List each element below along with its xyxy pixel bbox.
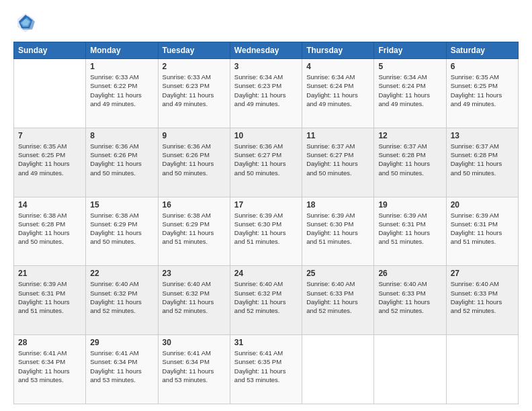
day-header-tuesday: Tuesday (158, 42, 230, 59)
day-number: 28 (18, 338, 81, 347)
day-cell: 11Sunrise: 6:37 AM Sunset: 6:27 PM Dayli… (302, 128, 374, 197)
day-number: 20 (451, 200, 514, 210)
day-info: Sunrise: 6:40 AM Sunset: 6:32 PM Dayligh… (163, 279, 226, 315)
day-number: 4 (306, 62, 369, 71)
week-row-2: 7Sunrise: 6:35 AM Sunset: 6:25 PM Daylig… (14, 128, 519, 197)
day-number: 21 (18, 269, 81, 278)
day-cell: 6Sunrise: 6:35 AM Sunset: 6:25 PM Daylig… (446, 59, 518, 128)
day-info: Sunrise: 6:40 AM Sunset: 6:33 PM Dayligh… (451, 279, 514, 315)
day-number: 13 (451, 131, 514, 140)
day-cell: 7Sunrise: 6:35 AM Sunset: 6:25 PM Daylig… (14, 128, 86, 197)
day-number: 15 (90, 200, 153, 210)
day-cell: 4Sunrise: 6:34 AM Sunset: 6:24 PM Daylig… (302, 59, 374, 128)
day-number: 3 (234, 62, 298, 71)
day-number: 10 (234, 131, 298, 140)
day-info: Sunrise: 6:41 AM Sunset: 6:34 PM Dayligh… (18, 349, 81, 384)
day-number: 18 (306, 200, 369, 210)
day-number: 27 (451, 269, 514, 278)
day-cell (14, 59, 86, 128)
day-info: Sunrise: 6:33 AM Sunset: 6:22 PM Dayligh… (90, 73, 153, 108)
day-info: Sunrise: 6:36 AM Sunset: 6:26 PM Dayligh… (163, 142, 226, 177)
day-info: Sunrise: 6:34 AM Sunset: 6:24 PM Dayligh… (378, 73, 441, 108)
week-row-5: 28Sunrise: 6:41 AM Sunset: 6:34 PM Dayli… (14, 335, 519, 404)
day-cell: 30Sunrise: 6:41 AM Sunset: 6:34 PM Dayli… (158, 335, 230, 404)
day-number: 25 (306, 269, 369, 278)
day-info: Sunrise: 6:37 AM Sunset: 6:27 PM Dayligh… (306, 142, 369, 177)
day-cell: 25Sunrise: 6:40 AM Sunset: 6:33 PM Dayli… (302, 266, 374, 335)
day-cell: 14Sunrise: 6:38 AM Sunset: 6:28 PM Dayli… (14, 197, 86, 266)
day-header-saturday: Saturday (446, 42, 518, 59)
day-info: Sunrise: 6:39 AM Sunset: 6:31 PM Dayligh… (451, 211, 514, 246)
day-cell: 9Sunrise: 6:36 AM Sunset: 6:26 PM Daylig… (158, 128, 230, 197)
day-info: Sunrise: 6:39 AM Sunset: 6:31 PM Dayligh… (378, 211, 441, 246)
day-number: 22 (90, 269, 153, 278)
day-cell: 2Sunrise: 6:33 AM Sunset: 6:23 PM Daylig… (158, 59, 230, 128)
day-cell: 28Sunrise: 6:41 AM Sunset: 6:34 PM Dayli… (14, 335, 86, 404)
day-number: 6 (451, 62, 514, 71)
day-info: Sunrise: 6:36 AM Sunset: 6:27 PM Dayligh… (234, 142, 298, 177)
day-number: 14 (18, 200, 81, 210)
day-info: Sunrise: 6:40 AM Sunset: 6:32 PM Dayligh… (234, 279, 298, 315)
day-number: 30 (163, 338, 226, 347)
day-cell: 17Sunrise: 6:39 AM Sunset: 6:30 PM Dayli… (230, 197, 302, 266)
day-header-friday: Friday (374, 42, 446, 59)
day-info: Sunrise: 6:41 AM Sunset: 6:34 PM Dayligh… (163, 349, 226, 384)
day-number: 9 (163, 131, 226, 140)
day-number: 19 (378, 200, 441, 210)
day-number: 8 (90, 131, 153, 140)
day-info: Sunrise: 6:38 AM Sunset: 6:28 PM Dayligh… (18, 211, 81, 246)
day-info: Sunrise: 6:33 AM Sunset: 6:23 PM Dayligh… (163, 73, 226, 108)
day-number: 24 (234, 269, 298, 278)
day-cell: 20Sunrise: 6:39 AM Sunset: 6:31 PM Dayli… (446, 197, 518, 266)
day-number: 16 (163, 200, 226, 210)
day-info: Sunrise: 6:40 AM Sunset: 6:32 PM Dayligh… (90, 279, 153, 315)
day-info: Sunrise: 6:39 AM Sunset: 6:30 PM Dayligh… (306, 211, 369, 246)
day-cell (446, 335, 518, 404)
day-info: Sunrise: 6:41 AM Sunset: 6:35 PM Dayligh… (234, 349, 298, 384)
day-cell: 27Sunrise: 6:40 AM Sunset: 6:33 PM Dayli… (446, 266, 518, 335)
day-info: Sunrise: 6:35 AM Sunset: 6:25 PM Dayligh… (451, 73, 514, 108)
day-number: 17 (234, 200, 298, 210)
day-info: Sunrise: 6:41 AM Sunset: 6:34 PM Dayligh… (90, 349, 153, 384)
logo (13, 11, 40, 35)
day-cell: 12Sunrise: 6:37 AM Sunset: 6:28 PM Dayli… (374, 128, 446, 197)
day-info: Sunrise: 6:39 AM Sunset: 6:30 PM Dayligh… (234, 211, 298, 246)
day-info: Sunrise: 6:40 AM Sunset: 6:33 PM Dayligh… (378, 279, 441, 315)
day-cell: 8Sunrise: 6:36 AM Sunset: 6:26 PM Daylig… (86, 128, 158, 197)
day-header-wednesday: Wednesday (230, 42, 302, 59)
day-info: Sunrise: 6:37 AM Sunset: 6:28 PM Dayligh… (378, 142, 441, 177)
day-number: 23 (163, 269, 226, 278)
day-info: Sunrise: 6:38 AM Sunset: 6:29 PM Dayligh… (163, 211, 226, 246)
day-number: 1 (90, 62, 153, 71)
day-info: Sunrise: 6:34 AM Sunset: 6:23 PM Dayligh… (234, 73, 298, 108)
logo-icon (13, 11, 38, 35)
day-number: 11 (306, 131, 369, 140)
week-row-1: 1Sunrise: 6:33 AM Sunset: 6:22 PM Daylig… (14, 59, 519, 128)
day-cell: 26Sunrise: 6:40 AM Sunset: 6:33 PM Dayli… (374, 266, 446, 335)
day-header-sunday: Sunday (14, 42, 86, 59)
day-info: Sunrise: 6:40 AM Sunset: 6:33 PM Dayligh… (306, 279, 369, 315)
day-number: 5 (378, 62, 441, 71)
day-cell: 3Sunrise: 6:34 AM Sunset: 6:23 PM Daylig… (230, 59, 302, 128)
page: SundayMondayTuesdayWednesdayThursdayFrid… (0, 0, 532, 411)
day-header-thursday: Thursday (302, 42, 374, 59)
day-number: 26 (378, 269, 441, 278)
day-number: 2 (163, 62, 226, 71)
day-number: 12 (378, 131, 441, 140)
day-cell: 22Sunrise: 6:40 AM Sunset: 6:32 PM Dayli… (86, 266, 158, 335)
day-cell (374, 335, 446, 404)
day-info: Sunrise: 6:37 AM Sunset: 6:28 PM Dayligh… (451, 142, 514, 177)
day-number: 7 (18, 131, 81, 140)
day-number: 29 (90, 338, 153, 347)
day-info: Sunrise: 6:36 AM Sunset: 6:26 PM Dayligh… (90, 142, 153, 177)
day-cell: 10Sunrise: 6:36 AM Sunset: 6:27 PM Dayli… (230, 128, 302, 197)
day-cell: 23Sunrise: 6:40 AM Sunset: 6:32 PM Dayli… (158, 266, 230, 335)
day-info: Sunrise: 6:39 AM Sunset: 6:31 PM Dayligh… (18, 279, 81, 315)
header-row: SundayMondayTuesdayWednesdayThursdayFrid… (14, 42, 519, 59)
day-cell: 16Sunrise: 6:38 AM Sunset: 6:29 PM Dayli… (158, 197, 230, 266)
week-row-4: 21Sunrise: 6:39 AM Sunset: 6:31 PM Dayli… (14, 266, 519, 335)
calendar-table: SundayMondayTuesdayWednesdayThursdayFrid… (13, 42, 519, 404)
day-header-monday: Monday (86, 42, 158, 59)
day-cell: 31Sunrise: 6:41 AM Sunset: 6:35 PM Dayli… (230, 335, 302, 404)
day-cell: 15Sunrise: 6:38 AM Sunset: 6:29 PM Dayli… (86, 197, 158, 266)
